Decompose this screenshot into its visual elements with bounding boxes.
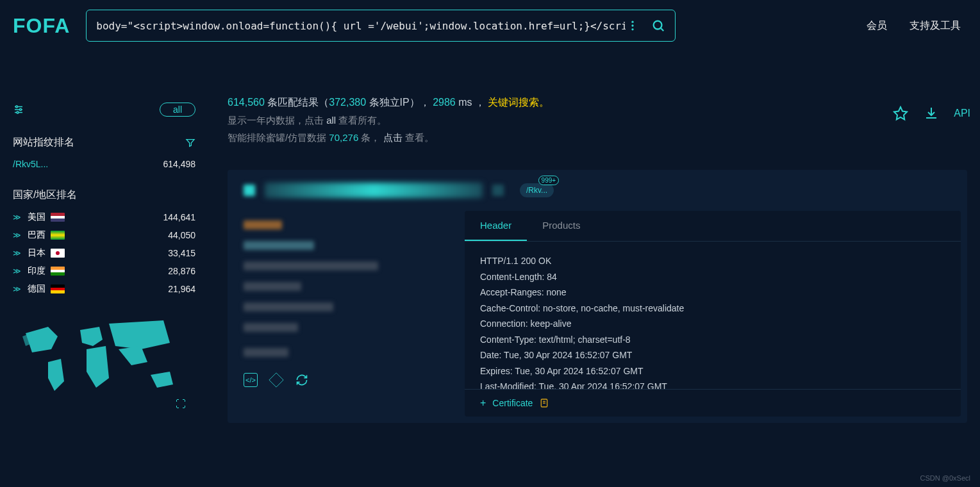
refresh-icon[interactable] <box>295 373 309 387</box>
http-headers: HTTP/1.1 200 OKContent-Length: 84Accept-… <box>465 242 961 389</box>
country-title: 国家/地区排名 <box>13 188 77 202</box>
country-row[interactable]: ≫印度28,876 <box>13 265 195 277</box>
all-pill[interactable]: all <box>160 103 195 117</box>
click-link[interactable]: 点击 <box>383 132 403 143</box>
result-title-blurred[interactable] <box>265 183 483 198</box>
tab-products[interactable]: Products <box>527 211 595 241</box>
year-data-line: 显示一年内数据，点击 all 查看所有。 <box>228 115 967 127</box>
svg-point-1 <box>632 24 634 26</box>
watermark: CSDN @0xSecl <box>920 474 970 482</box>
certificate-icon <box>539 398 549 408</box>
card-details-left: </> <box>228 211 458 423</box>
country-row[interactable]: ≫美国144,641 <box>13 211 195 223</box>
search-input[interactable] <box>96 20 626 32</box>
nav-member[interactable]: 会员 <box>867 19 887 33</box>
result-icon-blurred <box>492 185 504 196</box>
expand-icon[interactable]: ⛶ <box>176 399 186 410</box>
result-card: 999+ /Rkv... </> <box>228 170 967 423</box>
svg-point-9 <box>17 111 19 113</box>
country-row[interactable]: ≫日本33,415 <box>13 247 195 259</box>
keyword-search-link[interactable]: 关键词搜索。 <box>488 97 549 108</box>
certificate-row[interactable]: + Certificate <box>465 389 961 417</box>
svg-point-3 <box>654 21 662 29</box>
logo[interactable]: FOFA <box>13 14 70 38</box>
favicon-blurred <box>244 185 255 196</box>
search-box <box>86 10 676 42</box>
card-details-right: Header Products HTTP/1.1 200 OKContent-L… <box>465 211 961 417</box>
filter-icon[interactable] <box>185 138 195 148</box>
nav-tools[interactable]: 支持及工具 <box>909 19 961 33</box>
fingerprint-tag[interactable]: 999+ /Rkv... <box>520 183 554 197</box>
svg-point-8 <box>20 109 22 111</box>
tag-badge: 999+ <box>538 176 560 185</box>
cube-icon[interactable] <box>269 372 283 387</box>
page-header: FOFA 会员 支持及工具 <box>0 0 980 51</box>
code-icon[interactable]: </> <box>244 373 258 387</box>
all-link[interactable]: all <box>326 115 336 126</box>
svg-point-7 <box>16 106 18 108</box>
top-actions: API <box>892 105 970 122</box>
honeypot-line: 智能排除蜜罐/仿冒数据 70,276 条， 点击 查看。 <box>228 132 967 144</box>
api-link[interactable]: API <box>954 108 970 119</box>
world-map[interactable]: ⛶ <box>13 314 186 410</box>
svg-point-0 <box>632 21 634 23</box>
tab-header[interactable]: Header <box>465 211 527 241</box>
fingerprint-title: 网站指纹排名 <box>13 136 74 149</box>
country-row[interactable]: ≫德国21,964 <box>13 283 195 295</box>
settings-icon[interactable] <box>13 104 24 115</box>
fingerprint-row[interactable]: /Rkv5L... 614,498 <box>13 159 195 169</box>
fingerprint-name: /Rkv5L... <box>13 159 48 169</box>
favorite-icon[interactable] <box>892 105 909 122</box>
svg-point-2 <box>632 28 634 30</box>
content-area: 614,560 条匹配结果（372,380 条独立IP）， 2986 ms ， … <box>195 51 967 423</box>
download-icon[interactable] <box>923 105 940 122</box>
sidebar: all 网站指纹排名 /Rkv5L... 614,498 国家/地区排名 ≫美国… <box>13 51 195 423</box>
nav-right: 会员 支持及工具 <box>867 19 961 33</box>
more-options-icon[interactable] <box>626 19 640 33</box>
country-row[interactable]: ≫巴西44,050 <box>13 229 195 241</box>
stats-line: 614,560 条匹配结果（372,380 条独立IP）， 2986 ms ， … <box>228 96 967 110</box>
fingerprint-count: 614,498 <box>163 159 195 169</box>
search-icon[interactable] <box>651 19 665 33</box>
